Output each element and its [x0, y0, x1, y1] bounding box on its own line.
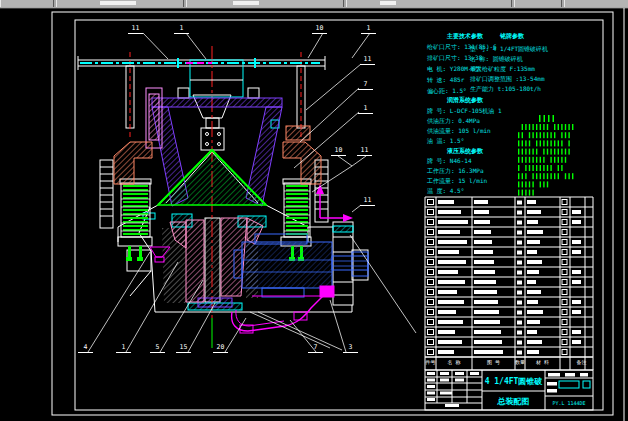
callout-11: 11 — [128, 25, 143, 34]
spec-line: 工作压力: 16.3MPa — [427, 168, 484, 174]
spec-line: 最大给矿粒度 F:135mm — [470, 66, 535, 72]
axis-arrows-icon — [316, 184, 353, 222]
spec-group-heading: 润滑系统参数 — [447, 97, 483, 103]
callout-7: 7 — [308, 344, 323, 353]
callout-4: 4 — [78, 344, 93, 353]
spec-group-heading: 液压系统参数 — [447, 148, 483, 154]
spec-line: 型 号: 4 1/4FT圆锥破碎机 — [470, 46, 548, 52]
title-block-drawing-number: PY.L 1144DE — [545, 400, 593, 406]
callout-11: 11 — [360, 197, 375, 206]
callout-5: 5 — [150, 344, 165, 353]
table-header-2: 图 号 — [472, 360, 515, 365]
spec-line: 牌 号: L-DCF-105机油 1 — [427, 108, 502, 114]
title-block-sheet-title: 总装配图 — [483, 396, 544, 407]
cad-screen: 主要技术参数给矿口尺寸: 131(85)-6排矿口尺寸: 13-38电 机: Y… — [0, 0, 628, 421]
spec-group-heading: 铭牌参数 — [500, 33, 524, 39]
tech-notes-greeked — [518, 115, 573, 196]
drive-assembly — [234, 234, 368, 297]
spec-group-heading: 主要技术参数 — [447, 33, 483, 39]
spec-line: 生产能力 t:105-180t/h — [470, 86, 541, 92]
spec-line: 工作流量: 15 l/min — [427, 178, 487, 184]
table-header-1: 名 称 — [436, 360, 472, 365]
spec-line: 温 度: 4.5° — [427, 188, 464, 194]
callout-1: 1 — [116, 344, 131, 353]
drawing-canvas — [0, 0, 628, 421]
spec-line: 转 速: 485r — [427, 77, 464, 83]
spec-line: 油 温: 1.5° — [427, 138, 464, 144]
spec-line: 供油流量: 105 l/min — [427, 128, 491, 134]
parts-table-grid — [425, 197, 593, 370]
table-header-3: 数量 — [515, 360, 525, 365]
callout-1: 1 — [174, 25, 189, 34]
callout-10: 10 — [312, 25, 327, 34]
callout-10: 10 — [331, 147, 346, 156]
table-header-0: 件号 — [425, 360, 436, 365]
callout-11: 11 — [357, 147, 372, 156]
callout-15: 15 — [176, 344, 191, 353]
spec-line: 排矿口调整范围 :13-54mm — [470, 76, 545, 82]
spec-line: 偏心距: 1.5° — [427, 88, 467, 94]
table-header-5: 备注 — [570, 360, 593, 365]
callout-1: 1 — [358, 105, 373, 114]
callout-3: 3 — [343, 344, 358, 353]
spec-line: 供油压力: 0.4MPa — [427, 118, 480, 124]
table-header-4: 材 料 — [525, 360, 560, 365]
spec-line: 名 称: 圆锥破碎机 — [470, 56, 523, 62]
spec-line: 牌 号: N46-14 — [427, 158, 472, 164]
callout-20: 20 — [213, 344, 228, 353]
callout-11: 11 — [360, 56, 375, 65]
title-block-product-title: 4 1/4FT圆锥破 — [483, 376, 544, 387]
callout-1: 1 — [361, 25, 376, 34]
callout-7: 7 — [358, 81, 373, 90]
